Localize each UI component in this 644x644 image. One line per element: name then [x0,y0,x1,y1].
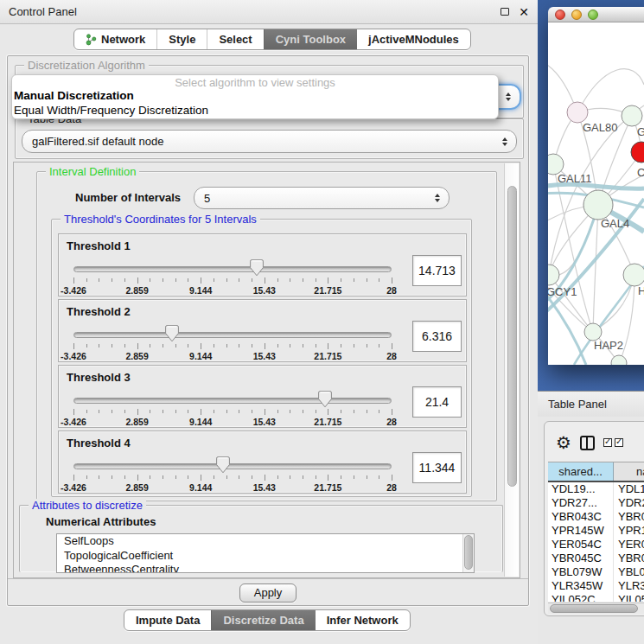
table-row[interactable]: YIL052C YIL05 [548,593,644,602]
tab-jactivemnodules[interactable]: jActiveMNodules [357,29,470,49]
table-row[interactable]: YLR345W YLR34 [548,579,644,593]
table-data-selected: galFiltered.sif default node [32,135,163,148]
tab-select[interactable]: Select [207,29,263,49]
network-view[interactable]: GAL80GACGAL11GAL4GCY1HAHAP2 [548,22,644,365]
cell-name: YBL07 [614,565,644,579]
table-data-combobox[interactable]: galFiltered.sif default node [22,130,517,153]
table-horizontal-scrollbar[interactable] [548,603,644,614]
cell-name: YBR04 [614,552,644,565]
tab-impute-data[interactable]: Impute Data [124,610,211,630]
threshold-slider[interactable]: -3.4262.8599.14415.4321.71528 [73,258,392,296]
dropdown-option-manual-discretization[interactable]: Manual Discretization [12,89,498,104]
slider-thumb[interactable] [249,259,265,277]
combo-arrows-icon [435,194,440,202]
dropdown-options: Manual DiscretizationEqual Width/Frequen… [12,89,498,118]
columns-icon[interactable] [580,436,595,450]
close-icon[interactable]: ✕ [519,6,529,18]
table-scrollbar-thumb[interactable] [550,604,638,613]
table-row[interactable]: YER054C YER05 [548,538,644,552]
slider-tick-labels: -3.4262.8599.14415.4321.71528 [73,417,392,427]
threshold-value-field[interactable]: 6.316 [412,321,462,352]
apply-button[interactable]: Apply [239,583,296,603]
numerical-attributes-label: Numerical Attributes [46,515,156,528]
numerical-attributes-list[interactable]: SelfLoopsTopologicalCoefficientBetweenne… [56,533,475,573]
table-row[interactable]: YPR145W YPR14 [548,524,644,538]
cell-name: YDR27 [614,496,644,510]
bottom-tabs: Impute Data Discretize Data Infer Networ… [124,609,411,631]
node-table: shared... na YDL19... YDL19 YDR27... YDR… [548,462,644,602]
cyni-toolbox-pane: Discretization Algorithm Select algorith… [7,55,529,606]
panel-title: Control Panel [9,5,77,18]
slider-track[interactable] [73,332,392,338]
zoom-traffic-light-icon[interactable] [588,10,598,20]
slider-ticks [73,343,392,350]
interval-definition-title: Interval Definition [46,165,139,178]
attributes-scrollbar-thumb[interactable] [464,535,473,570]
slider-tick-labels: -3.4262.8599.14415.4321.71528 [73,482,392,493]
tab-discretize-data[interactable]: Discretize Data [211,610,315,630]
table-row[interactable]: YDR27... YDR27 [548,496,644,510]
cell-shared-name: YBR045C [548,552,614,565]
table-body[interactable]: YDL19... YDL19 YDR27... YDR27 YBR043C YB… [548,482,644,602]
slider-track[interactable] [73,463,392,469]
cell-shared-name: YPR145W [548,524,614,538]
slider-track[interactable] [73,266,392,272]
discretization-algorithm-title: Discretization Algorithm [24,59,149,72]
cell-shared-name: YBL079W [548,565,614,579]
tab-infer-network[interactable]: Infer Network [316,610,410,630]
cell-shared-name: YDR27... [548,496,614,510]
tab-style[interactable]: Style [156,29,207,49]
gear-icon[interactable]: ⚙ [556,434,571,451]
table-panel-title: Table Panel [548,398,607,411]
slider-thumb[interactable] [317,391,333,408]
threshold-slider[interactable]: -3.4262.8599.14415.4321.71528 [73,390,392,428]
cell-name: YPR14 [614,524,644,538]
thresholds-group-title: Threshold's Coordinates for 5 Intervals [61,213,260,226]
threshold-value-field[interactable]: 21.4 [412,386,462,418]
slider-tick-labels: -3.4262.8599.14415.4321.71528 [73,351,392,361]
table-toolbar: ⚙ [545,427,623,458]
network-node [631,142,644,163]
threshold-value-field[interactable]: 11.344 [412,452,462,483]
close-traffic-light-icon[interactable] [555,10,565,20]
threshold-list: Threshold 1 -3.4262.8599.14415.4321.7152… [58,233,467,494]
network-node [584,323,602,341]
column-header-shared-name[interactable]: shared... [548,462,614,481]
slider-thumb[interactable] [215,456,231,474]
number-of-intervals-combobox[interactable]: 5 [194,187,450,209]
node-label: GAL80 [583,121,617,134]
select-columns-icon[interactable] [603,438,623,447]
checkbox-icon [603,438,612,447]
attribute-list-item[interactable]: BetweennessCentrality [57,563,474,573]
threshold-label: Threshold 4 [67,437,131,450]
threshold-value-field[interactable]: 14.713 [412,255,462,286]
network-window: GAL80GACGAL11GAL4GCY1HAHAP2 [548,7,644,365]
tab-cyni-toolbox[interactable]: Cyni Toolbox [264,29,357,49]
table-row[interactable]: YBR043C YBR04 [548,510,644,524]
attribute-list-item[interactable]: SelfLoops [57,534,474,549]
float-window-icon[interactable] [501,8,509,16]
node-label: GCY1 [548,285,577,298]
tab-label: jActiveMNodules [368,33,459,46]
threshold-slider[interactable]: -3.4262.8599.14415.4321.71528 [73,324,392,362]
settings-scrollbar-thumb[interactable] [507,186,517,487]
dropdown-option-equal-width-frequency-discretization[interactable]: Equal Width/Frequency Discretization [12,104,498,118]
node-label: HA [638,284,644,297]
table-row[interactable]: YBR045C YBR04 [548,552,644,565]
app-root: Control Panel ✕ Network Style Select Cyn… [0,0,644,644]
settings-vertical-scrollbar[interactable] [504,163,519,577]
column-header-name[interactable]: na [614,462,644,481]
control-panel: Control Panel ✕ Network Style Select Cyn… [0,0,538,644]
settings-scroll-panel: Interval Definition Number of Intervals … [13,162,520,578]
slider-track[interactable] [73,398,392,404]
node-label: HAP2 [594,339,623,352]
attribute-list-item[interactable]: TopologicalCoefficient [57,549,474,564]
minimize-traffic-light-icon[interactable] [571,10,582,20]
threshold-slider[interactable]: -3.4262.8599.14415.4321.71528 [73,456,392,494]
slider-thumb[interactable] [164,325,180,342]
attributes-scrollbar[interactable] [462,534,474,572]
tab-network[interactable]: Network [74,29,156,49]
network-node [611,355,627,365]
table-row[interactable]: YBL079W YBL07 [548,565,644,579]
table-row[interactable]: YDL19... YDL19 [548,482,644,496]
